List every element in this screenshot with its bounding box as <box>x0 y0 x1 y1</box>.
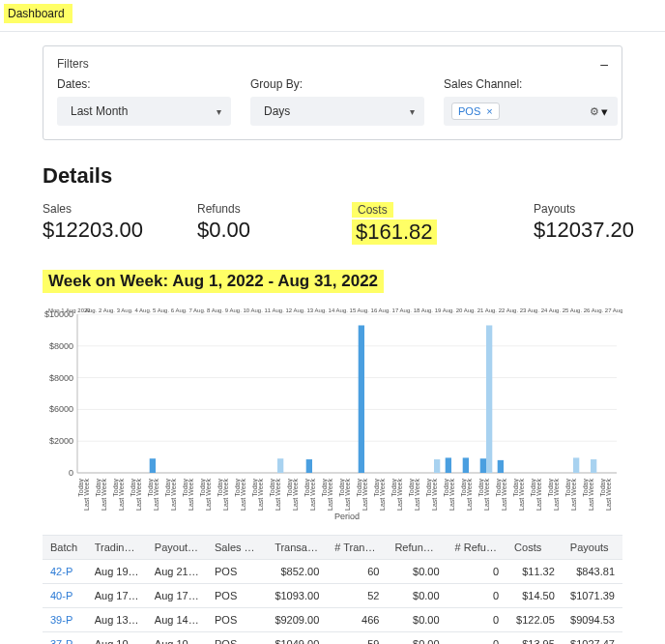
saleschannel-gear[interactable]: ⚙ ▾ <box>590 104 608 119</box>
metric-refunds: Refunds $0.00 <box>197 202 313 245</box>
table-row[interactable]: 42-PAug 19 …Aug 21 …POS$852.0060$0.000$1… <box>43 560 622 584</box>
table-cell: 0 <box>448 560 507 584</box>
table-cell: $1071.39 <box>563 584 622 608</box>
svg-text:$8000: $8000 <box>49 341 73 351</box>
table-cell: POS <box>207 608 267 632</box>
svg-text:Last Week: Last Week <box>309 479 316 511</box>
caret-icon: ▾ <box>217 106 221 117</box>
chip-pos[interactable]: POS × <box>451 102 500 120</box>
table-header-cell[interactable]: Payout… <box>147 536 207 560</box>
svg-text:Last Week: Last Week <box>153 479 159 511</box>
chart-svg: 0$2000$6000$8000$8000$10000TodayLast Wee… <box>43 301 622 523</box>
chip-remove-icon[interactable]: × <box>486 105 492 117</box>
svg-text:Last Week: Last Week <box>257 479 264 511</box>
svg-text:Last Week: Last Week <box>101 479 107 511</box>
groupby-select[interactable]: Days ▾ <box>250 97 424 126</box>
svg-text:Last Week: Last Week <box>170 479 177 511</box>
svg-text:Last Week: Last Week <box>327 479 333 511</box>
chart-title: Week on Week: Aug 1, 2022 - Aug 31, 2022 <box>43 270 384 293</box>
divider <box>0 31 665 32</box>
caret-icon: ▾ <box>601 104 608 119</box>
metric-costs-label: Costs <box>352 202 393 218</box>
svg-text:Last Week: Last Week <box>275 479 281 511</box>
table-header-cell[interactable]: # Refu… <box>448 536 507 560</box>
table-header-row: BatchTradin…Payout…Sales C…Transa…# Tran… <box>43 536 622 560</box>
filter-saleschannel: Sales Channel: POS × ⚙ ▾ <box>444 77 627 126</box>
svg-text:Last Week: Last Week <box>570 479 577 511</box>
metric-refunds-label: Refunds <box>197 202 313 216</box>
table-header-cell[interactable]: Costs <box>506 536 563 560</box>
filter-groupby-label: Group By: <box>250 77 444 91</box>
table-cell: POS <box>207 584 267 608</box>
table-header-cell[interactable]: Batch <box>43 536 87 560</box>
table-cell: Aug 10 … <box>147 632 207 645</box>
details-heading: Details <box>43 163 622 189</box>
svg-text:Last Week: Last Week <box>518 479 525 511</box>
table-cell: Aug 21 … <box>147 560 207 584</box>
svg-rect-21 <box>480 458 486 473</box>
svg-text:Last Week: Last Week <box>553 479 560 511</box>
table-header-cell[interactable]: Tradin… <box>87 536 147 560</box>
svg-text:Last Week: Last Week <box>466 479 473 511</box>
svg-text:Last Week: Last Week <box>535 479 542 511</box>
svg-rect-18 <box>434 459 440 473</box>
svg-text:Last Week: Last Week <box>431 479 438 511</box>
table-cell: 40-P <box>43 584 87 608</box>
table-cell: 0 <box>448 608 507 632</box>
table-cell: $14.50 <box>506 584 563 608</box>
svg-rect-20 <box>463 457 469 473</box>
table-cell: $843.81 <box>563 560 622 584</box>
svg-text:Last Week: Last Week <box>605 479 612 511</box>
table-cell: Aug 17 … <box>147 584 207 608</box>
table-cell: $0.00 <box>387 584 447 608</box>
table-cell: $0.00 <box>387 560 447 584</box>
caret-icon: ▾ <box>410 106 415 117</box>
table-header-cell[interactable]: Payouts <box>563 536 622 560</box>
table-cell: $1093.00 <box>267 584 327 608</box>
table-cell: $1027.47 <box>563 632 622 645</box>
filters-title: Filters <box>57 57 89 71</box>
metrics-row: Sales $12203.00 Refunds $0.00 Costs $161… <box>43 202 622 245</box>
svg-text:Last Week: Last Week <box>588 479 594 511</box>
table-cell: 466 <box>327 608 387 632</box>
filter-saleschannel-label: Sales Channel: <box>444 77 627 91</box>
table-cell: 0 <box>448 632 507 645</box>
metric-sales-value: $12203.00 <box>43 218 159 243</box>
svg-rect-22 <box>486 325 492 473</box>
svg-text:Last Week: Last Week <box>361 479 368 511</box>
metric-sales: Sales $12203.00 <box>43 202 159 245</box>
table-cell: 52 <box>327 584 387 608</box>
svg-text:$6000: $6000 <box>49 404 73 414</box>
table-header-cell[interactable]: Sales C… <box>207 536 267 560</box>
table-header-cell[interactable]: Transa… <box>267 536 327 560</box>
table-cell: $1049.00 <box>267 632 327 645</box>
svg-text:Last Week: Last Week <box>448 479 455 511</box>
table-cell: Aug 14 … <box>147 608 207 632</box>
groupby-value: Days <box>264 104 290 118</box>
svg-text:Last Week: Last Week <box>205 479 212 511</box>
filter-groupby: Group By: Days ▾ <box>250 77 444 126</box>
svg-text:Last Week: Last Week <box>379 479 386 511</box>
table-cell: POS <box>207 560 267 584</box>
svg-rect-15 <box>277 458 283 473</box>
table-cell: 37-P <box>43 632 87 645</box>
table-cell: Aug 19 … <box>87 560 147 584</box>
table-header-cell[interactable]: # Trans… <box>327 536 387 560</box>
table-row[interactable]: 37-PAug 10 …Aug 10 …POS$1049.0059$0.000$… <box>43 632 622 645</box>
table-header-cell[interactable]: Refund… <box>387 536 447 560</box>
svg-text:Last Week: Last Week <box>483 479 490 511</box>
metric-refunds-value: $0.00 <box>197 218 313 243</box>
dates-select[interactable]: Last Month ▾ <box>57 97 231 126</box>
saleschannel-select[interactable]: POS × ⚙ ▾ <box>444 97 618 126</box>
filters-panel: Filters – Dates: Last Month ▾ Group By: … <box>43 45 622 140</box>
table-cell: Aug 13 … <box>87 608 147 632</box>
collapse-icon[interactable]: – <box>600 56 608 72</box>
svg-text:0: 0 <box>69 468 73 478</box>
table-row[interactable]: 40-PAug 17 …Aug 17 …POS$1093.0052$0.000$… <box>43 584 622 608</box>
svg-text:Last Week: Last Week <box>135 479 142 511</box>
table-cell: $852.00 <box>267 560 327 584</box>
table-cell: Aug 10 … <box>87 632 147 645</box>
svg-text:Last Week: Last Week <box>188 479 194 511</box>
table-row[interactable]: 39-PAug 13 …Aug 14 …POS$9209.00466$0.000… <box>43 608 622 632</box>
table-cell: 60 <box>327 560 387 584</box>
